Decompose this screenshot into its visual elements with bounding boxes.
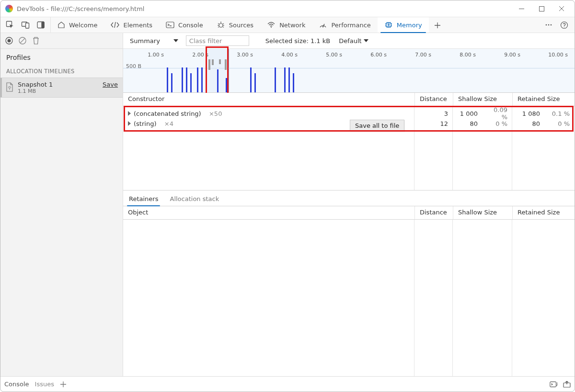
dropdown-caret-icon [364, 39, 368, 42]
snapshot-name: Snapshot 1 [18, 81, 53, 88]
timelines-heading: ALLOCATION TIMELINES [0, 65, 123, 78]
bug-icon [217, 21, 225, 29]
svg-point-11 [271, 27, 272, 28]
footer-console[interactable]: Console [4, 381, 29, 388]
constructor-count: ×4 [164, 120, 173, 127]
col-distance[interactable]: Distance [414, 206, 453, 219]
tab-sources[interactable]: Sources [210, 17, 260, 33]
cell-shallow: 80 [453, 120, 483, 127]
view-dropdown[interactable]: Summary [127, 37, 181, 45]
dock-side-icon[interactable] [33, 17, 48, 33]
profiles-sidebar: Profiles ALLOCATION TIMELINES Snapshot 1… [0, 33, 123, 376]
cell-shallow-pct: 0.09 % [483, 106, 512, 121]
home-icon [58, 21, 65, 29]
tab-label: Console [178, 22, 203, 29]
cell-distance: 3 [414, 110, 453, 117]
devtools-window: DevTools - file:///C:/screens/memory.htm… [0, 0, 575, 392]
window-minimize-button[interactable] [511, 2, 531, 15]
help-icon[interactable] [556, 17, 572, 33]
chip-icon [384, 21, 393, 29]
filter-bar: Summary Class filter Selected size: 1.1 … [123, 33, 575, 49]
svg-rect-9 [166, 22, 174, 28]
snapshot-item[interactable]: Snapshot 1 1.1 MB Save [0, 78, 123, 98]
tab-label: Sources [229, 22, 253, 29]
col-retained[interactable]: Retained Size [512, 206, 575, 219]
tick: 6.00 s [370, 52, 387, 58]
svg-rect-29 [550, 381, 556, 387]
cell-shallow-pct: 0 % [483, 120, 512, 127]
tick: 9.00 s [504, 52, 520, 58]
constructor-name: (concatenated string) [134, 110, 201, 117]
devtools-tabstrip: Welcome Elements Console Sources Network… [0, 17, 575, 33]
inspect-element-icon[interactable] [2, 17, 18, 33]
constructor-table: Constructor Distance Shallow Size Retain… [123, 93, 575, 190]
record-button[interactable] [3, 35, 15, 46]
tab-performance[interactable]: Performance [312, 17, 377, 33]
tick: 5.00 s [326, 52, 342, 58]
window-maximize-button[interactable] [531, 2, 552, 15]
overview-ticks: 1.00 s 2.00 s 3.00 s 4.00 s 5.00 s 6.00 … [123, 52, 575, 58]
footer-issues[interactable]: Issues [35, 381, 54, 388]
svg-rect-1 [539, 6, 544, 11]
footer-expand-icon[interactable] [563, 381, 571, 388]
filter-dropdown[interactable]: Default [336, 37, 371, 45]
table-row[interactable]: (string) ×4 12 80 0 % 80 0 % [123, 118, 575, 129]
constructor-name: (string) [134, 120, 156, 127]
svg-point-14 [388, 24, 389, 26]
tab-welcome[interactable]: Welcome [51, 17, 104, 33]
cell-distance: 12 [414, 120, 453, 127]
selected-size-value: 1.1 kB [310, 37, 330, 45]
svg-point-19 [551, 24, 552, 26]
device-toolbar-icon[interactable] [18, 17, 33, 33]
class-filter-placeholder: Class filter [189, 37, 222, 45]
tab-retainers[interactable]: Retainers [127, 192, 160, 206]
tick: 4.00 s [281, 52, 298, 58]
col-object[interactable]: Object [123, 206, 414, 219]
svg-rect-13 [386, 23, 391, 27]
tab-elements[interactable]: Elements [104, 17, 159, 33]
col-shallow[interactable]: Shallow Size [453, 206, 512, 219]
content-area: Profiles ALLOCATION TIMELINES Snapshot 1… [0, 33, 575, 376]
tab-memory[interactable]: Memory [378, 17, 429, 33]
col-shallow[interactable]: Shallow Size [453, 93, 512, 106]
drawer-footer: Console Issues [0, 376, 575, 392]
window-close-button[interactable] [552, 2, 572, 15]
retainers-tabstrip: Retainers Allocation stack [123, 190, 575, 206]
cell-shallow: 1 000 [453, 110, 483, 117]
footer-terminal-icon[interactable] [550, 381, 558, 388]
table-header: Constructor Distance Shallow Size Retain… [123, 93, 575, 106]
tick: 10.00 s [548, 52, 568, 58]
overview-plot [123, 59, 575, 92]
expand-icon[interactable] [128, 111, 131, 116]
tick: 8.00 s [460, 52, 476, 58]
table-row[interactable]: (concatenated string) ×50 3 1 000 0.09 %… [123, 106, 575, 118]
tab-network[interactable]: Network [260, 17, 312, 33]
context-tooltip[interactable]: Save all to file [350, 120, 404, 132]
window-title: DevTools - file:///C:/screens/memory.htm… [17, 5, 144, 12]
filter-dropdown-label: Default [339, 37, 362, 45]
clear-button[interactable] [17, 35, 28, 46]
footer-add-button[interactable] [60, 381, 67, 388]
tab-label: Elements [123, 22, 152, 29]
delete-button[interactable] [30, 35, 42, 46]
tab-allocation-stack[interactable]: Allocation stack [168, 192, 221, 206]
more-options-icon[interactable] [541, 17, 556, 33]
add-tab-button[interactable] [429, 17, 446, 34]
selection-marker [0, 78, 2, 97]
col-distance[interactable]: Distance [414, 93, 453, 106]
allocation-overview[interactable]: 1.00 s 2.00 s 3.00 s 4.00 s 5.00 s 6.00 … [123, 49, 575, 93]
expand-icon[interactable] [128, 121, 131, 126]
snapshot-file-icon [5, 82, 14, 92]
cell-retained-pct: 0.1 % [545, 110, 575, 117]
tab-label: Performance [331, 22, 370, 29]
window-titlebar: DevTools - file:///C:/screens/memory.htm… [0, 0, 575, 17]
view-dropdown-label: Summary [130, 37, 160, 45]
col-retained[interactable]: Retained Size [512, 93, 575, 106]
snapshot-save-link[interactable]: Save [103, 81, 118, 88]
tab-console[interactable]: Console [159, 17, 210, 33]
col-constructor[interactable]: Constructor [123, 93, 414, 106]
tick: 7.00 s [415, 52, 431, 58]
class-filter-input[interactable]: Class filter [186, 35, 249, 46]
svg-point-18 [548, 24, 550, 26]
svg-point-21 [564, 26, 564, 27]
